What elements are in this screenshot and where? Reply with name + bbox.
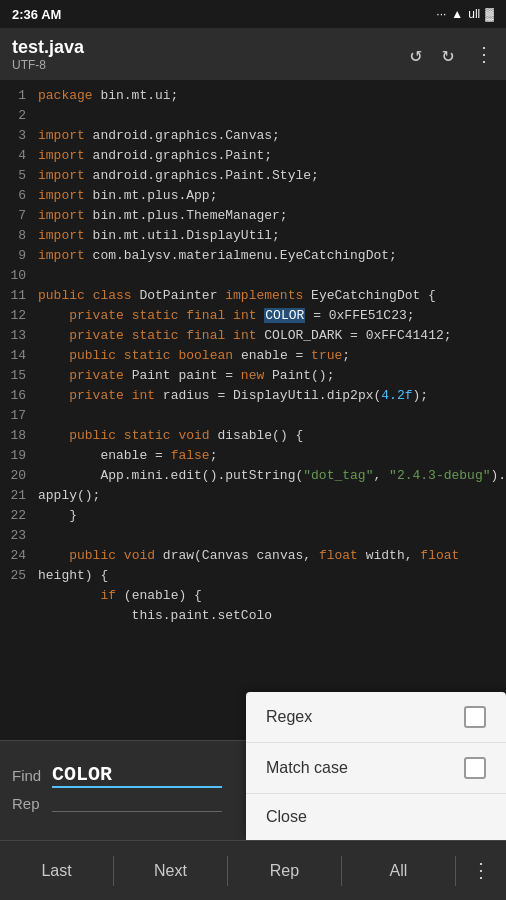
status-icons: ··· ▲ ull ▓ xyxy=(436,7,494,21)
filename: test.java xyxy=(12,37,410,58)
code-line: public static void disable() { xyxy=(38,426,498,446)
code-line: private static final int COLOR = 0xFFE51… xyxy=(38,306,498,326)
replace-button[interactable]: Rep xyxy=(228,841,341,900)
code-line: } xyxy=(38,506,498,526)
code-line: enable = false; xyxy=(38,446,498,466)
code-line: import android.graphics.Paint; xyxy=(38,146,498,166)
encoding: UTF-8 xyxy=(12,58,410,72)
redo-button[interactable]: ↻ xyxy=(442,42,454,67)
options-dropdown: Regex Match case Close xyxy=(246,692,506,840)
close-label: Close xyxy=(266,808,307,826)
code-line: apply(); xyxy=(38,486,498,506)
battery-icon: ▓ xyxy=(485,7,494,21)
regex-label: Regex xyxy=(266,708,312,726)
replace-label: Rep xyxy=(12,795,42,812)
close-option[interactable]: Close xyxy=(246,794,506,840)
toolbar-more-button[interactable]: ⋮ xyxy=(456,858,506,883)
last-button[interactable]: Last xyxy=(0,841,113,900)
code-line: private Paint paint = new Paint(); xyxy=(38,366,498,386)
wifi-icon: ▲ xyxy=(451,7,463,21)
code-line xyxy=(38,106,498,126)
code-line: public class DotPainter implements EyeCa… xyxy=(38,286,498,306)
code-line: import bin.mt.util.DisplayUtil; xyxy=(38,226,498,246)
signal-bars-icon: ull xyxy=(468,7,480,21)
replace-all-button[interactable]: All xyxy=(342,841,455,900)
find-label: Find xyxy=(12,767,42,784)
code-line: public static boolean enable = true; xyxy=(38,346,498,366)
code-line: height) { xyxy=(38,566,498,586)
next-button[interactable]: Next xyxy=(114,841,227,900)
code-line: private int radius = DisplayUtil.dip2px(… xyxy=(38,386,498,406)
code-editor: 1 2 3 4 5 6 7 8 9 10 11 12 13 14 15 16 1… xyxy=(0,80,506,728)
find-input[interactable] xyxy=(52,763,222,788)
regex-option[interactable]: Regex xyxy=(246,692,506,743)
code-line: App.mini.edit().putString("dot_tag", "2.… xyxy=(38,466,498,486)
code-line: import android.graphics.Canvas; xyxy=(38,126,498,146)
code-line: import com.balysv.materialmenu.EyeCatchi… xyxy=(38,246,498,266)
line-numbers: 1 2 3 4 5 6 7 8 9 10 11 12 13 14 15 16 1… xyxy=(0,80,30,728)
match-case-option[interactable]: Match case xyxy=(246,743,506,794)
title-info: test.java UTF-8 xyxy=(12,37,410,72)
code-line xyxy=(38,266,498,286)
status-time: 2:36 AM xyxy=(12,7,61,22)
code-line: if (enable) { xyxy=(38,586,498,606)
code-content[interactable]: package bin.mt.ui; import android.graphi… xyxy=(30,80,506,728)
undo-button[interactable]: ↺ xyxy=(410,42,422,67)
code-line: package bin.mt.ui; xyxy=(38,86,498,106)
code-line: private static final int COLOR_DARK = 0x… xyxy=(38,326,498,346)
code-line: import android.graphics.Paint.Style; xyxy=(38,166,498,186)
match-case-checkbox[interactable] xyxy=(464,757,486,779)
more-options-button[interactable]: ⋮ xyxy=(474,42,494,67)
code-line xyxy=(38,526,498,546)
regex-checkbox[interactable] xyxy=(464,706,486,728)
code-line: import bin.mt.plus.ThemeManager; xyxy=(38,206,498,226)
signal-dots-icon: ··· xyxy=(436,7,446,21)
replace-input[interactable] xyxy=(52,794,222,812)
code-line: this.paint.setColo xyxy=(38,606,498,626)
code-line xyxy=(38,406,498,426)
code-line: public void draw(Canvas canvas, float wi… xyxy=(38,546,498,566)
code-line: import bin.mt.plus.App; xyxy=(38,186,498,206)
title-actions: ↺ ↻ ⋮ xyxy=(410,42,494,67)
title-bar: test.java UTF-8 ↺ ↻ ⋮ xyxy=(0,28,506,80)
status-bar: 2:36 AM ··· ▲ ull ▓ xyxy=(0,0,506,28)
match-case-label: Match case xyxy=(266,759,348,777)
bottom-toolbar: Last Next Rep All ⋮ xyxy=(0,840,506,900)
